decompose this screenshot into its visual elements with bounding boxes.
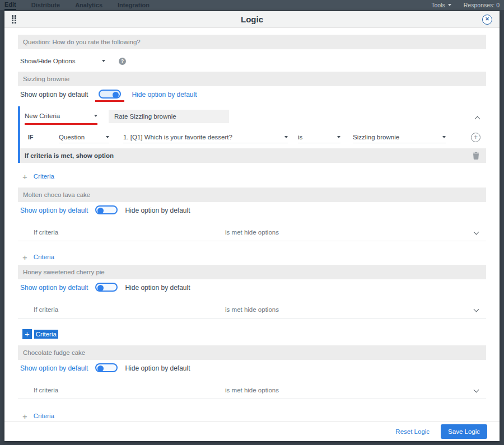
show-hide-toggle[interactable] [95, 205, 118, 214]
condition-value-dropdown[interactable]: Sizzling brownie [353, 131, 446, 143]
condition-question-dropdown[interactable]: 1. [Q1] Which is your favorite dessert? [123, 131, 288, 143]
tab-analytics[interactable]: Analytics [75, 1, 102, 10]
condition-operator-dropdown[interactable]: is [298, 131, 340, 143]
tools-label: Tools [431, 2, 445, 8]
chevron-down-icon[interactable] [474, 229, 479, 235]
reset-logic-link[interactable]: Reset Logic [395, 428, 430, 435]
criteria-name-dropdown[interactable]: New Criteria [25, 110, 97, 122]
caret-down-icon [448, 4, 451, 6]
condition-operator-value: is [298, 134, 302, 140]
section-name: Sizzling brownie [23, 76, 69, 82]
toggle-row-sizzling-brownie: Show option by default Hide option by de… [18, 90, 486, 104]
question-header-text: Question: How do you rate the following? [23, 39, 141, 45]
tools-menu[interactable]: Tools [431, 2, 451, 8]
criteria-met-bar: If criteria is met, show option [20, 148, 486, 163]
add-criteria-button[interactable]: + Criteria [18, 171, 486, 182]
hide-option-label: Hide option by default [125, 283, 190, 293]
section-name: Honey sweetened cherry pie [23, 269, 105, 275]
add-criteria-button[interactable]: + Criteria [18, 251, 486, 263]
show-option-label: Show option by default [20, 90, 88, 100]
if-criteria-label: If criteria [34, 306, 58, 313]
condition-subject-dropdown[interactable]: Question [59, 131, 109, 143]
chevron-up-icon [475, 116, 480, 122]
met-hide-label: is met hide options [225, 387, 279, 394]
hide-option-label: Hide option by default [125, 205, 190, 216]
modal-title: Logic [4, 15, 500, 24]
top-navigation-bar: Edit Distribute Analytics Integration To… [0, 0, 504, 10]
toggle-row-honey-cherry-pie: Show option by default Hide option by de… [18, 283, 486, 297]
plus-circle-icon: + [474, 134, 478, 140]
modal-header: Logic ✕ [4, 11, 500, 28]
section-bar-molten-choco: Molten choco lava cake [18, 188, 486, 202]
section-bar-sizzling-brownie: Sizzling brownie [18, 72, 486, 86]
condition-value-text: Sizzling brownie [353, 134, 399, 140]
show-hide-toggle[interactable] [99, 90, 121, 99]
add-condition-button[interactable]: + [471, 133, 480, 142]
logic-type-row: Show/Hide Options ? [18, 54, 486, 68]
met-hide-label: is met hide options [225, 306, 279, 313]
section-bar-chocolate-fudge: Chocolate fudge cake [18, 345, 486, 360]
tab-integration[interactable]: Integration [118, 1, 150, 10]
responses-count[interactable]: Responses: 0 [464, 2, 500, 8]
question-header-bar: Question: How do you rate the following? [18, 35, 486, 49]
help-icon[interactable]: ? [119, 58, 126, 65]
delete-criteria-button[interactable] [473, 152, 479, 160]
toggle-knob [97, 285, 104, 291]
toggle-knob [97, 366, 104, 372]
save-logic-button[interactable]: Save Logic [441, 424, 487, 439]
annotation-underline [95, 100, 124, 102]
show-option-label[interactable]: Show option by default [20, 283, 88, 293]
add-criteria-button[interactable]: + Criteria [18, 410, 486, 421]
toggle-row-chocolate-fudge: Show option by default Hide option by de… [18, 363, 486, 378]
plus-icon: + [22, 412, 27, 420]
drag-handle-icon[interactable] [12, 15, 16, 24]
caret-down-icon [102, 60, 105, 62]
if-label: IF [28, 134, 59, 140]
criteria-title-input[interactable]: Rate Sizzling brownie [109, 110, 229, 123]
add-criteria-label: Criteria [34, 413, 54, 419]
condition-subject-value: Question [59, 134, 85, 140]
caret-down-icon [442, 136, 446, 138]
show-option-label[interactable]: Show option by default [20, 363, 88, 374]
if-criteria-label: If criteria [34, 229, 58, 236]
modal-footer: Reset Logic Save Logic [4, 421, 500, 441]
criteria-name-value: New Criteria [25, 113, 60, 119]
tab-edit[interactable]: Edit [4, 0, 16, 10]
collapse-panel-button[interactable] [475, 113, 479, 123]
chevron-down-icon[interactable] [474, 387, 479, 393]
caret-down-icon [94, 115, 97, 117]
met-hide-label: is met hide options [225, 229, 279, 236]
section-name: Molten choco lava cake [23, 191, 90, 198]
hide-option-label: Hide option by default [125, 363, 190, 374]
caret-down-icon [106, 136, 109, 138]
add-criteria-label: Criteria [34, 330, 58, 339]
plus-icon: + [22, 253, 27, 261]
toggle-knob [97, 208, 104, 214]
close-icon: ✕ [485, 17, 489, 22]
add-criteria-label: Criteria [34, 173, 54, 180]
modal-content: Question: How do you rate the following?… [4, 28, 500, 421]
collapsed-criteria-row: If criteria is met hide options [18, 381, 486, 399]
hide-option-label[interactable]: Hide option by default [132, 90, 197, 100]
tab-distribute[interactable]: Distribute [31, 1, 60, 10]
logic-modal: Logic ✕ Question: How do you rate the fo… [4, 11, 500, 441]
add-criteria-button-selected[interactable]: + Criteria [18, 329, 486, 340]
if-criteria-label: If criteria [34, 387, 58, 394]
criteria-met-text: If criteria is met, show option [25, 152, 114, 159]
criteria-condition-row: IF Question 1. [Q1] Which is your favori… [20, 129, 486, 145]
section-bar-honey-cherry-pie: Honey sweetened cherry pie [18, 265, 486, 279]
collapsed-criteria-row: If criteria is met hide options [18, 301, 486, 318]
logic-type-dropdown[interactable]: Show/Hide Options [20, 55, 105, 67]
toggle-knob [113, 92, 119, 98]
chevron-down-icon[interactable] [474, 307, 479, 312]
show-hide-toggle[interactable] [95, 363, 118, 372]
logic-type-value: Show/Hide Options [20, 58, 75, 64]
plus-icon: + [22, 172, 27, 181]
annotation-underline [25, 123, 97, 125]
criteria-panel-header: New Criteria Rate Sizzling brownie [20, 106, 486, 125]
add-criteria-label: Criteria [34, 254, 54, 260]
caret-down-icon [284, 136, 288, 138]
show-option-label[interactable]: Show option by default [20, 205, 88, 216]
show-hide-toggle[interactable] [95, 283, 118, 292]
close-button[interactable]: ✕ [482, 15, 492, 25]
